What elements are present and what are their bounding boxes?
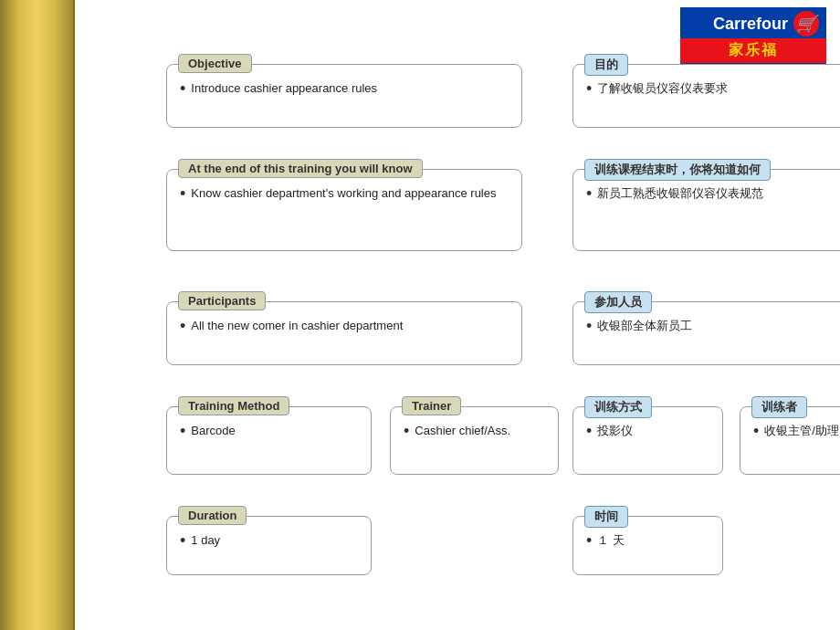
- xunlian-zhe-bullet-dot: •: [753, 423, 759, 439]
- main-content: Carrefour 🛒 家乐福 开心购物乐满福 Objective • Intr…: [75, 0, 840, 630]
- objective-label: Objective: [178, 54, 252, 73]
- xunlian-zhe-label: 训练者: [751, 396, 807, 418]
- canjia-bullet-dot: •: [586, 318, 592, 334]
- training-end-bullet-dot: •: [586, 185, 592, 202]
- participants-box: Participants • All the new comer in cash…: [166, 301, 522, 365]
- objective-content: • Introduce cashier appearance rules: [180, 79, 509, 98]
- training-method-box: Training Method • Barcode: [166, 406, 372, 475]
- xunlian-fangshi-bullet-text: 投影仪: [597, 422, 633, 440]
- participants-bullet-item: • All the new comer in cashier departmen…: [180, 317, 509, 335]
- at-end-box: At the end of this training you will kno…: [166, 169, 522, 251]
- training-method-bullet-item: • Barcode: [180, 422, 358, 440]
- canjia-bullet-item: • 收银部全体新员工: [586, 317, 840, 335]
- shijian-content: • １ 天: [586, 531, 709, 550]
- duration-label: Duration: [178, 506, 247, 525]
- shijian-box: 时间 • １ 天: [572, 516, 723, 575]
- xunlian-fangshi-content: • 投影仪: [586, 422, 709, 440]
- xunlian-zhe-bullet-text: 收银主管/助理: [764, 422, 839, 440]
- training-method-bullet-text: Barcode: [191, 422, 235, 440]
- participants-bullet-text: All the new comer in cashier department: [191, 317, 403, 335]
- logo-area: Carrefour 🛒 家乐福 开心购物乐满福: [680, 7, 826, 67]
- objective-bullet-text: Introduce cashier appearance rules: [191, 79, 377, 98]
- trainer-label: Trainer: [402, 396, 461, 415]
- trainer-bullet-dot: •: [404, 423, 409, 439]
- at-end-bullet-dot: •: [180, 185, 185, 202]
- trainer-bullet-item: • Cashier chief/Ass.: [404, 422, 545, 440]
- xunlian-zhe-bullet-item: • 收银主管/助理: [753, 422, 840, 440]
- xunlian-fangshi-bullet-dot: •: [586, 423, 592, 439]
- shijian-label: 时间: [584, 506, 628, 528]
- mudi-bullet-item: • 了解收银员仪容仪表要求: [586, 79, 840, 98]
- shijian-bullet-item: • １ 天: [586, 531, 709, 550]
- at-end-bullet-item: • Know cashier department's working and …: [180, 184, 509, 203]
- participants-bullet-dot: •: [180, 318, 185, 334]
- at-end-content: • Know cashier department's working and …: [180, 184, 509, 203]
- xunlian-zhe-content: • 收银主管/助理: [753, 422, 840, 440]
- xunlian-fangshi-bullet-item: • 投影仪: [586, 422, 709, 440]
- trainer-content: • Cashier chief/Ass.: [404, 422, 545, 440]
- duration-bullet-dot: •: [180, 532, 185, 549]
- canjia-box: 参加人员 • 收银部全体新员工: [572, 301, 840, 365]
- mudi-bullet-dot: •: [586, 80, 592, 97]
- trainer-box: Trainer • Cashier chief/Ass.: [390, 406, 559, 475]
- training-method-label: Training Method: [178, 396, 289, 415]
- objective-box: Objective • Introduce cashier appearance…: [166, 64, 522, 128]
- shijian-bullet-dot: •: [586, 532, 592, 549]
- at-end-label: At the end of this training you will kno…: [178, 159, 423, 178]
- training-end-label: 训练课程结束时，你将知道如何: [584, 159, 771, 181]
- logo-chinese: 家乐福: [680, 38, 826, 63]
- xunlian-fangshi-label: 训练方式: [584, 396, 652, 418]
- training-method-content: • Barcode: [180, 422, 358, 440]
- at-end-bullet-text: Know cashier department's working and ap…: [191, 184, 496, 203]
- objective-bullet-item: • Introduce cashier appearance rules: [180, 79, 509, 98]
- participants-content: • All the new comer in cashier departmen…: [180, 317, 509, 335]
- logo-brand-text: Carrefour: [713, 15, 788, 34]
- training-end-box: 训练课程结束时，你将知道如何 • 新员工熟悉收银部仪容仪表规范: [572, 169, 840, 251]
- objective-bullet-dot: •: [180, 80, 185, 97]
- left-stripe: [0, 0, 75, 630]
- xunlian-fangshi-box: 训练方式 • 投影仪: [572, 406, 723, 475]
- shijian-bullet-text: １ 天: [597, 531, 625, 550]
- mudi-bullet-text: 了解收银员仪容仪表要求: [597, 79, 728, 98]
- duration-content: • 1 day: [180, 531, 358, 550]
- participants-label: Participants: [178, 291, 266, 310]
- training-method-bullet-dot: •: [180, 423, 185, 439]
- mudi-content: • 了解收银员仪容仪表要求: [586, 79, 840, 98]
- duration-bullet-text: 1 day: [191, 531, 220, 550]
- training-end-bullet-item: • 新员工熟悉收银部仪容仪表规范: [586, 184, 840, 203]
- canjia-bullet-text: 收银部全体新员工: [597, 317, 692, 335]
- duration-bullet-item: • 1 day: [180, 531, 358, 550]
- canjia-label: 参加人员: [584, 291, 652, 313]
- mudi-label: 目的: [584, 54, 628, 76]
- logo-c-icon: 🛒: [793, 11, 819, 37]
- training-end-bullet-text: 新员工熟悉收银部仪容仪表规范: [597, 184, 763, 203]
- logo-carrefour: Carrefour 🛒: [680, 7, 826, 38]
- canjia-content: • 收银部全体新员工: [586, 317, 840, 335]
- trainer-bullet-text: Cashier chief/Ass.: [415, 422, 510, 440]
- mudi-box: 目的 • 了解收银员仪容仪表要求: [572, 64, 840, 128]
- duration-box: Duration • 1 day: [166, 516, 372, 575]
- xunlian-zhe-box: 训练者 • 收银主管/助理: [740, 406, 840, 475]
- training-end-content: • 新员工熟悉收银部仪容仪表规范: [586, 184, 840, 203]
